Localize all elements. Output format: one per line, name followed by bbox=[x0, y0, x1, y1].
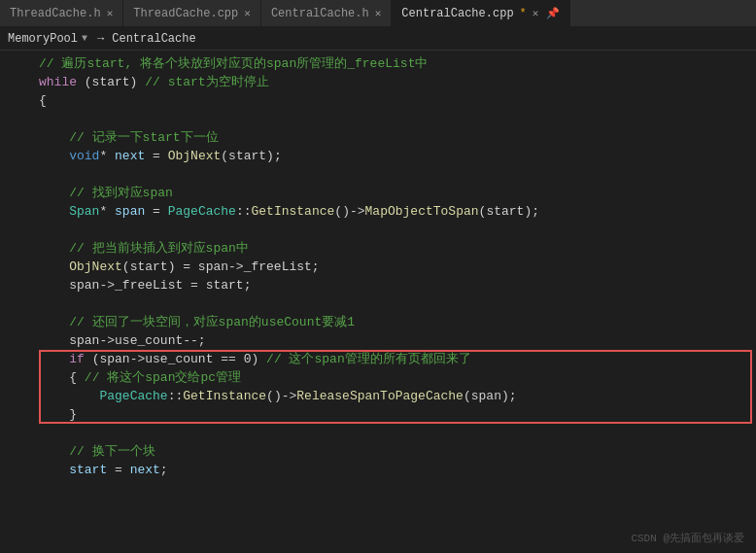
tab-centralcache-h[interactable]: CentralCache.h ✕ bbox=[261, 0, 392, 26]
code-content bbox=[39, 110, 756, 128]
code-content: } bbox=[39, 405, 756, 424]
code-content: { bbox=[39, 91, 756, 110]
code-line: span->use_count--; bbox=[0, 331, 756, 350]
close-icon[interactable]: ✕ bbox=[107, 7, 114, 19]
code-line bbox=[0, 294, 756, 313]
tab-bar: ThreadCache.h ✕ ThreadCache.cpp ✕ Centra… bbox=[0, 0, 756, 27]
code-line: // 把当前块插入到对应span中 bbox=[0, 239, 756, 258]
code-content: span->_freeList = start; bbox=[39, 276, 756, 294]
breadcrumb-sep: → bbox=[97, 32, 104, 46]
code-line: // 还回了一块空间，对应span的useCount要减1 bbox=[0, 313, 756, 331]
code-line bbox=[0, 165, 756, 184]
code-content bbox=[39, 221, 756, 239]
watermark: CSDN @先搞面包再谈爱 bbox=[631, 531, 744, 545]
code-content: while (start) // start为空时停止 bbox=[39, 73, 756, 91]
code-content: PageCache::GetInstance()->ReleaseSpanToP… bbox=[39, 387, 756, 405]
tab-threadcache-cpp[interactable]: ThreadCache.cpp ✕ bbox=[123, 0, 261, 26]
close-icon[interactable]: ✕ bbox=[533, 7, 539, 19]
breadcrumb: MemoryPool ▼ → CentralCache bbox=[0, 27, 756, 51]
code-line: Span* span = PageCache::GetInstance()->M… bbox=[0, 202, 756, 221]
code-line: while (start) // start为空时停止 bbox=[0, 73, 756, 91]
breadcrumb-method[interactable]: CentralCache bbox=[112, 32, 195, 46]
close-icon[interactable]: ✕ bbox=[244, 7, 251, 19]
code-line: // 换下一个块 bbox=[0, 442, 756, 461]
code-line bbox=[0, 424, 756, 442]
code-content: ObjNext(start) = span->_freeList; bbox=[39, 258, 756, 276]
code-content: if (span->use_count == 0) // 这个span管理的所有… bbox=[39, 350, 756, 368]
code-line: // 找到对应span bbox=[0, 184, 756, 202]
code-line: // 遍历start, 将各个块放到对应页的span所管理的_freeList中 bbox=[0, 54, 756, 73]
code-content: // 遍历start, 将各个块放到对应页的span所管理的_freeList中 bbox=[39, 54, 756, 73]
code-content: // 记录一下start下一位 bbox=[39, 128, 756, 147]
code-content: Span* span = PageCache::GetInstance()->M… bbox=[39, 202, 756, 221]
code-line: void* next = ObjNext(start); bbox=[0, 147, 756, 165]
code-content: // 把当前块插入到对应span中 bbox=[39, 239, 756, 258]
modified-indicator: * bbox=[520, 7, 527, 20]
code-content: void* next = ObjNext(start); bbox=[39, 147, 756, 165]
breadcrumb-scope[interactable]: MemoryPool bbox=[8, 32, 78, 46]
code-line: span->_freeList = start; bbox=[0, 276, 756, 294]
code-line: if (span->use_count == 0) // 这个span管理的所有… bbox=[0, 350, 756, 368]
code-line bbox=[0, 221, 756, 239]
code-line: { // 将这个span交给pc管理 bbox=[0, 368, 756, 387]
tab-centralcache-cpp[interactable]: CentralCache.cpp * ✕ 📌 bbox=[392, 0, 570, 26]
code-content bbox=[39, 424, 756, 442]
code-content: span->use_count--; bbox=[39, 331, 756, 350]
code-line: start = next; bbox=[0, 461, 756, 479]
code-line: ObjNext(start) = span->_freeList; bbox=[0, 258, 756, 276]
close-icon[interactable]: ✕ bbox=[375, 7, 382, 19]
tab-threadcache-h[interactable]: ThreadCache.h ✕ bbox=[0, 0, 123, 26]
code-content: // 换下一个块 bbox=[39, 442, 756, 461]
breadcrumb-dropdown-icon[interactable]: ▼ bbox=[82, 33, 87, 44]
code-content: // 找到对应span bbox=[39, 184, 756, 202]
code-content: // 还回了一块空间，对应span的useCount要减1 bbox=[39, 313, 756, 331]
code-line: } bbox=[0, 405, 756, 424]
tab-label: CentralCache.h bbox=[271, 7, 369, 20]
editor: // 遍历start, 将各个块放到对应页的span所管理的_freeList中… bbox=[0, 51, 756, 553]
pin-icon[interactable]: 📌 bbox=[546, 7, 560, 19]
code-content bbox=[39, 294, 756, 313]
tab-label: CentralCache.cpp bbox=[401, 7, 513, 20]
code-line: // 记录一下start下一位 bbox=[0, 128, 756, 147]
code-content bbox=[39, 165, 756, 184]
code-content: { // 将这个span交给pc管理 bbox=[39, 368, 756, 387]
code-line: PageCache::GetInstance()->ReleaseSpanToP… bbox=[0, 387, 756, 405]
tab-label: ThreadCache.cpp bbox=[133, 7, 238, 20]
code-content: start = next; bbox=[39, 461, 756, 479]
tab-label: ThreadCache.h bbox=[10, 7, 101, 20]
code-line: { bbox=[0, 91, 756, 110]
code-line bbox=[0, 110, 756, 128]
